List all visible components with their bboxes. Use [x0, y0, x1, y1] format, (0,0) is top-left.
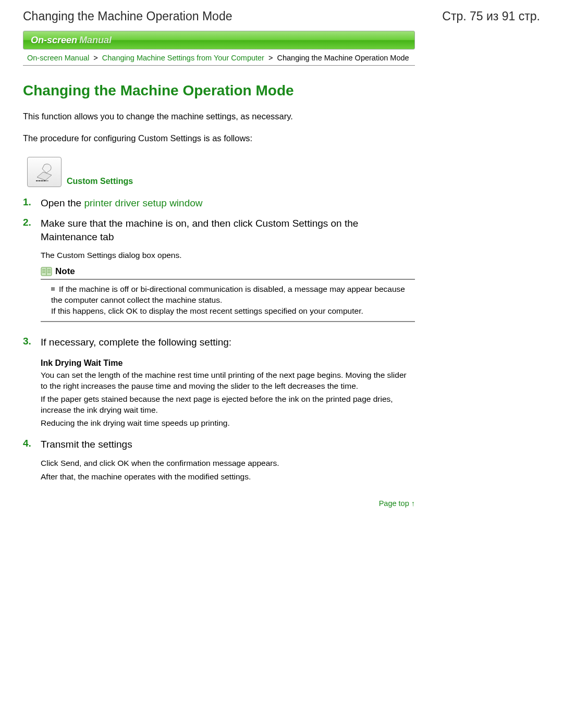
ink-drying-p1: You can set the length of the machine re… [41, 370, 415, 392]
intro-paragraph-1: This function allows you to change the m… [23, 110, 415, 122]
printer-driver-setup-link[interactable]: printer driver setup window [84, 198, 202, 208]
custom-settings-row: Custom Settings [27, 157, 415, 187]
breadcrumb-parent[interactable]: Changing Machine Settings from Your Comp… [102, 54, 264, 62]
step-1: 1. Open the printer driver setup window [23, 196, 415, 210]
step-2-title: Make sure that the machine is on, and th… [41, 217, 415, 243]
svg-rect-2 [39, 180, 40, 181]
note-box: Note If the machine is off or bi-directi… [41, 264, 415, 322]
step-2: 2. Make sure that the machine is on, and… [23, 217, 415, 328]
page-title: Changing the Machine Operation Mode [23, 82, 415, 99]
breadcrumb-current: Changing the Machine Operation Mode [277, 54, 409, 62]
intro-paragraph-2: The procedure for configuring Custom Set… [23, 132, 415, 144]
step-3: 3. If necessary, complete the following … [23, 336, 415, 430]
note-icon [41, 267, 52, 276]
page-header-left: Changing the Machine Operation Mode [23, 9, 232, 23]
ink-drying-p3: Reducing the ink drying wait time speeds… [41, 418, 415, 429]
svg-rect-4 [44, 180, 45, 181]
step-1-title: Open the printer driver setup window [41, 196, 415, 210]
arrow-up-icon: ↑ [411, 499, 415, 508]
page-header: Changing the Machine Operation Mode Стр.… [23, 9, 540, 23]
page-header-right: Стр. 75 из 91 стр. [442, 9, 540, 23]
manual-banner: On-screenManual [23, 31, 415, 50]
breadcrumb-root[interactable]: On-screen Manual [27, 54, 89, 62]
note-line-1: If the machine is off or bi-directional … [51, 284, 415, 306]
note-line-2: If this happens, click OK to display the… [51, 306, 415, 317]
svg-rect-3 [41, 180, 43, 181]
step-2-desc: The Custom Settings dialog box opens. [41, 251, 415, 260]
step-4-title: Transmit the settings [41, 438, 415, 451]
page-top-link-row: Page top↑ [23, 499, 415, 508]
step-4-desc2: After that, the machine operates with th… [41, 472, 415, 482]
svg-rect-1 [36, 180, 38, 181]
breadcrumb: On-screen Manual > Changing Machine Sett… [23, 50, 415, 66]
step-4-desc1: Click Send, and click OK when the confir… [41, 459, 415, 468]
ink-drying-p2: If the paper gets stained because the ne… [41, 394, 415, 416]
page-top-link[interactable]: Page top [379, 499, 409, 508]
step-3-title: If necessary, complete the following set… [41, 336, 415, 349]
custom-settings-icon [27, 157, 62, 187]
custom-settings-label: Custom Settings [67, 177, 133, 187]
ink-drying-heading: Ink Drying Wait Time [41, 359, 415, 368]
note-label: Note [55, 266, 75, 277]
step-4: 4. Transmit the settings Click Send, and… [23, 438, 415, 486]
banner-title: On-screenManual [31, 35, 112, 46]
